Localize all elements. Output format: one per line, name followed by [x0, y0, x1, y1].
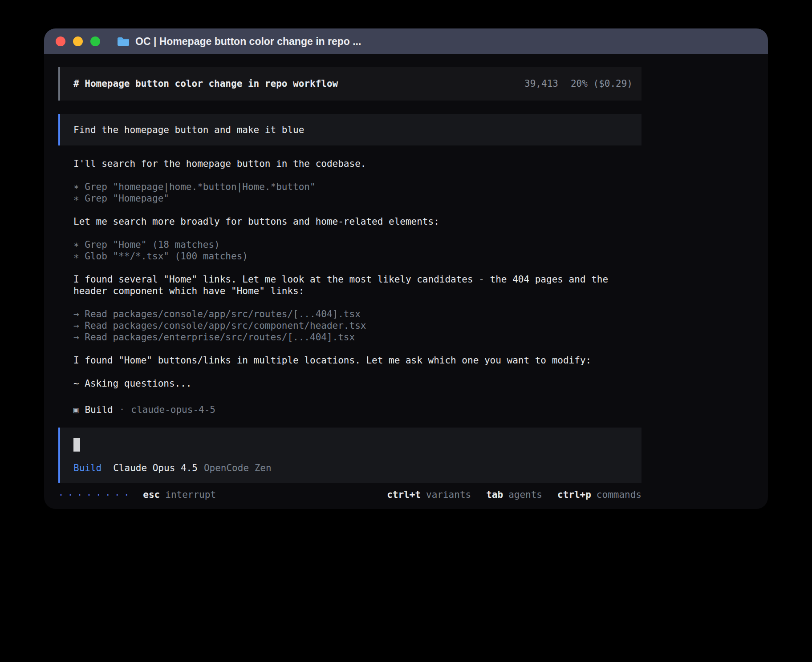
shortcut-key: ctrl+p — [557, 489, 591, 501]
tool-call-read: → Read packages/enterprise/src/routes/[.… — [73, 331, 641, 343]
tool-call-grep: ∗ Grep "homepage|home.*button|Home.*butt… — [73, 181, 641, 193]
minimize-window-button[interactable] — [73, 36, 83, 46]
mode-build-label[interactable]: Build — [73, 462, 102, 474]
esc-key-hint: esc — [143, 489, 160, 501]
input-modeline: Build Claude Opus 4.5 OpenCode Zen — [73, 462, 631, 474]
window-title-group: OC | Homepage button color change in rep… — [117, 36, 361, 48]
status-bar-left: ········ esc interrupt — [58, 489, 216, 501]
agent-name: Build — [85, 404, 113, 416]
tool-call-read: → Read packages/console/app/src/componen… — [73, 320, 641, 331]
tool-call-glob: ∗ Glob "**/*.tsx" (100 matches) — [73, 250, 641, 262]
tool-call-group: → Read packages/console/app/src/routes/[… — [58, 308, 641, 343]
shortcut-agents: tab agents — [486, 489, 542, 501]
status-bar: ········ esc interrupt ctrl+t variants t… — [58, 489, 641, 501]
esc-key-label: interrupt — [165, 489, 216, 501]
status-bar-right: ctrl+t variants tab agents ctrl+p comman… — [387, 489, 641, 501]
user-message-text: Find the homepage button and make it blu… — [73, 125, 304, 135]
tool-call-group: ∗ Grep "Home" (18 matches) ∗ Glob "**/*.… — [58, 239, 641, 262]
session-header: # Homepage button color change in repo w… — [58, 67, 641, 101]
window-controls — [56, 36, 100, 46]
assistant-paragraph: Let me search more broadly for buttons a… — [58, 216, 641, 227]
model-name-label[interactable]: Claude Opus 4.5 — [113, 462, 198, 474]
assistant-transcript: I'll search for the homepage button in t… — [58, 158, 641, 416]
agent-separator: · — [119, 404, 125, 416]
shortcut-label: variants — [426, 489, 471, 501]
tool-call-group: ∗ Grep "homepage|home.*button|Home.*butt… — [58, 181, 641, 204]
shortcut-key: tab — [486, 489, 503, 501]
prompt-input[interactable]: Build Claude Opus 4.5 OpenCode Zen — [58, 428, 641, 483]
agent-attribution: ▣ Build · claude-opus-4-5 — [58, 404, 641, 416]
close-window-button[interactable] — [56, 36, 65, 46]
context-usage: 20% ($0.29) — [571, 78, 633, 89]
shortcut-label: commands — [597, 489, 641, 501]
shortcut-key: ctrl+t — [387, 489, 421, 501]
token-count: 39,413 — [524, 78, 558, 89]
tool-call-read: → Read packages/console/app/src/routes/[… — [73, 308, 641, 320]
terminal-window: OC | Homepage button color change in rep… — [44, 28, 768, 509]
titlebar: OC | Homepage button color change in rep… — [44, 28, 768, 54]
shortcut-variants: ctrl+t variants — [387, 489, 471, 501]
activity-status-line: ~ Asking questions... — [58, 378, 641, 389]
session-stats: 39,413 20% ($0.29) — [524, 78, 633, 89]
spinner-dots-icon: ········ — [58, 489, 133, 501]
shortcut-label: agents — [508, 489, 542, 501]
assistant-paragraph: I found several "Home" links. Let me loo… — [58, 274, 641, 297]
agent-model: claude-opus-4-5 — [131, 404, 215, 416]
text-cursor — [73, 438, 80, 452]
user-message: Find the homepage button and make it blu… — [58, 114, 641, 145]
assistant-paragraph: I'll search for the homepage button in t… — [58, 158, 641, 170]
session-title: # Homepage button color change in repo w… — [73, 78, 338, 89]
assistant-paragraph: I found "Home" buttons/links in multiple… — [58, 355, 641, 366]
provider-label: OpenCode Zen — [204, 462, 272, 474]
folder-icon — [117, 36, 130, 46]
zoom-window-button[interactable] — [90, 36, 100, 46]
tool-call-grep: ∗ Grep "Homepage" — [73, 193, 641, 204]
agent-build-icon: ▣ — [73, 404, 78, 416]
shortcut-commands: ctrl+p commands — [557, 489, 641, 501]
terminal-content: # Homepage button color change in repo w… — [44, 54, 641, 501]
tool-call-grep: ∗ Grep "Home" (18 matches) — [73, 239, 641, 250]
window-title: OC | Homepage button color change in rep… — [135, 36, 361, 48]
